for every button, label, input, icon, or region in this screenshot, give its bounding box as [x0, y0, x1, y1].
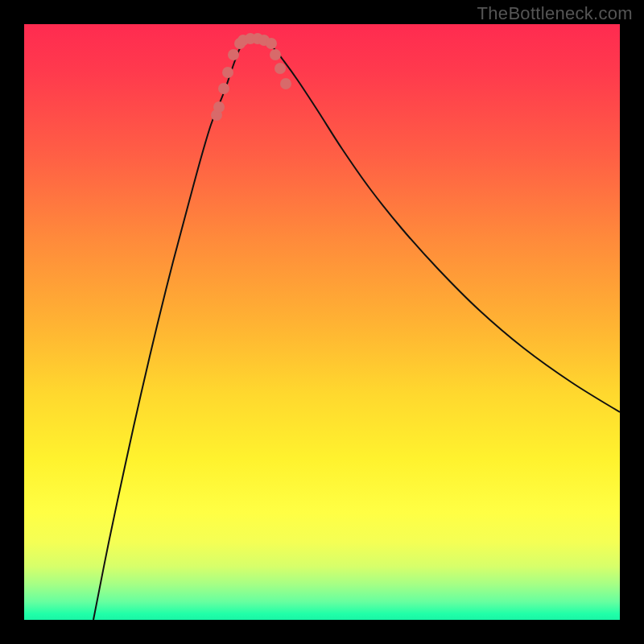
- data-marker: [218, 83, 229, 94]
- data-marker: [213, 101, 225, 113]
- data-marker: [280, 78, 291, 89]
- data-marker: [228, 49, 239, 60]
- curve-svg: [24, 24, 620, 620]
- watermark-text: TheBottleneck.com: [477, 3, 633, 24]
- data-marker: [270, 49, 281, 60]
- data-marker: [222, 67, 233, 78]
- marker-group: [211, 33, 291, 121]
- plot-area: [24, 24, 620, 620]
- data-marker: [266, 38, 277, 49]
- curve-left-branch: [93, 40, 246, 620]
- curve-right-branch: [266, 40, 620, 412]
- data-marker: [275, 63, 286, 74]
